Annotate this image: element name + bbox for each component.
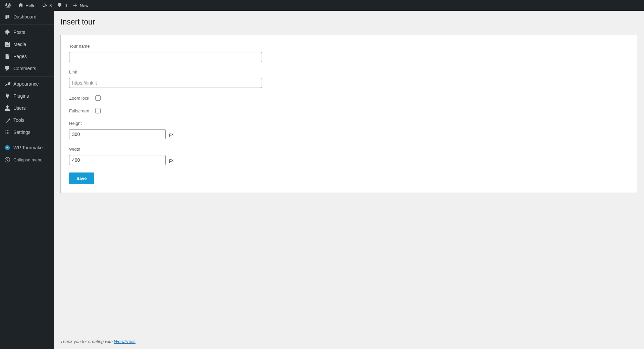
footer-thanks-suffix: . [136, 339, 137, 344]
sidebar-item-appearance[interactable]: Appearance [0, 78, 54, 90]
link-input[interactable] [69, 78, 262, 88]
sidebar-item-wp-tourmake[interactable]: WP Tourmake [0, 142, 54, 154]
sidebar-item-label: Tools [13, 117, 24, 123]
collapse-icon [4, 156, 11, 163]
sidebar-item-label: Plugins [13, 93, 29, 99]
fullscreen-label: Fullscreen [69, 108, 89, 113]
site-name: Hello! [25, 3, 37, 8]
tour-name-label: Tour name [69, 44, 629, 49]
wordpress-icon [5, 3, 11, 8]
dashboard-icon [4, 13, 11, 20]
form-card: Tour name Link Zoom lock Fullscreen Heig… [60, 35, 637, 193]
pin-icon [4, 29, 11, 36]
new-content-menu[interactable]: New [70, 0, 91, 11]
height-unit: px [169, 132, 174, 137]
update-icon [42, 3, 47, 8]
fullscreen-checkbox[interactable] [95, 108, 101, 113]
page-title: Insert tour [60, 11, 637, 30]
sidebar-item-label: Appearance [13, 81, 39, 87]
footer: Thank you for creating with WordPress. [54, 334, 644, 349]
sidebar-item-dashboard[interactable]: Dashboard [0, 11, 54, 23]
wordpress-link[interactable]: WordPress [114, 339, 136, 344]
content-area: Insert tour Tour name Link Zoom lock Ful… [54, 0, 644, 349]
footer-thanks-prefix: Thank you for creating with [60, 339, 114, 344]
comments-count: 0 [64, 3, 67, 8]
sidebar-item-label: Pages [13, 54, 27, 59]
new-label: New [80, 3, 89, 8]
admin-sidebar: Dashboard Posts Media Pages Comments [0, 11, 54, 349]
sidebar-item-posts[interactable]: Posts [0, 26, 54, 38]
save-button[interactable]: Save [69, 172, 94, 184]
sidebar-item-label: Posts [13, 30, 25, 35]
collapse-menu[interactable]: Collapse menu [0, 154, 54, 166]
sidebar-item-label: WP Tourmake [13, 145, 43, 150]
comment-icon [57, 3, 62, 8]
users-icon [4, 105, 11, 111]
tools-icon [4, 117, 11, 123]
width-unit: px [169, 158, 174, 163]
sidebar-item-label: Media [13, 42, 26, 47]
sidebar-item-comments[interactable]: Comments [0, 62, 54, 74]
plus-icon [72, 3, 78, 8]
sidebar-item-settings[interactable]: Settings [0, 126, 54, 138]
appearance-icon [4, 81, 11, 87]
zoom-lock-label: Zoom lock [69, 96, 89, 101]
home-icon [18, 3, 23, 8]
link-label: Link [69, 69, 629, 74]
sidebar-item-label: Dashboard [13, 14, 37, 19]
zoom-lock-checkbox[interactable] [95, 95, 101, 101]
sidebar-item-label: Users [13, 105, 26, 111]
sidebar-item-pages[interactable]: Pages [0, 50, 54, 62]
admin-bar: Hello! 3 0 New [0, 0, 644, 11]
sidebar-item-label: Settings [13, 130, 31, 135]
site-name-menu[interactable]: Hello! [15, 0, 39, 11]
tourmake-icon [4, 144, 11, 151]
height-input[interactable] [69, 129, 166, 139]
collapse-label: Collapse menu [13, 157, 43, 162]
comments-icon [4, 65, 11, 72]
pages-icon [4, 53, 11, 60]
width-label: Width [69, 147, 629, 152]
settings-icon [4, 129, 11, 136]
sidebar-item-label: Comments [13, 66, 36, 71]
tour-name-input[interactable] [69, 52, 262, 62]
sidebar-item-plugins[interactable]: Plugins [0, 90, 54, 102]
sidebar-item-tools[interactable]: Tools [0, 114, 54, 126]
width-input[interactable] [69, 155, 166, 165]
svg-point-1 [5, 157, 10, 162]
sidebar-item-users[interactable]: Users [0, 102, 54, 114]
height-label: Height [69, 121, 629, 126]
updates-menu[interactable]: 3 [39, 0, 54, 11]
comments-menu[interactable]: 0 [54, 0, 69, 11]
updates-count: 3 [49, 3, 52, 8]
media-icon [4, 41, 11, 48]
sidebar-item-media[interactable]: Media [0, 38, 54, 50]
wp-logo-menu[interactable] [3, 0, 15, 11]
plugins-icon [4, 93, 11, 99]
